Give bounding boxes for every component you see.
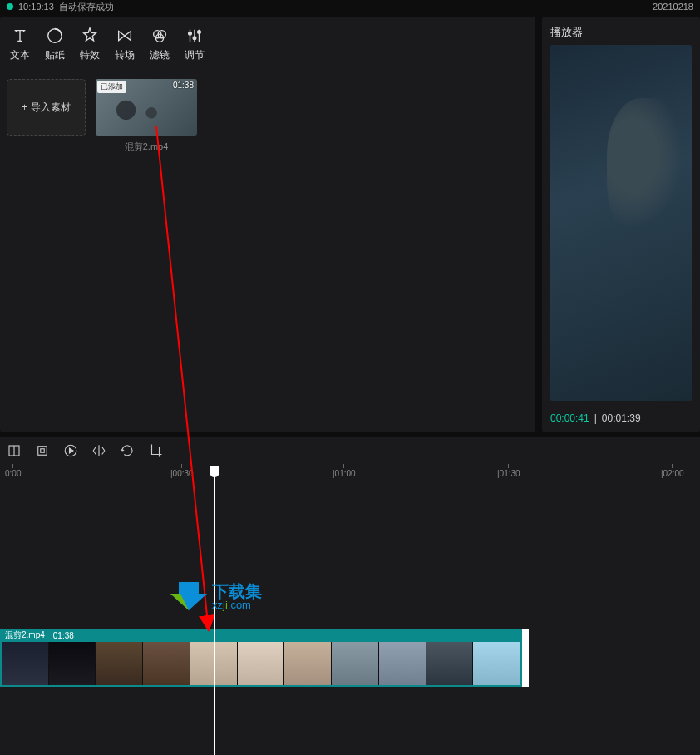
import-label: 导入素材 xyxy=(31,101,71,115)
player-title: 播放器 xyxy=(550,25,692,40)
tab-transition[interactable]: 转场 xyxy=(115,27,135,62)
clip-added-badge: 已添加 xyxy=(97,81,126,93)
tab-text[interactable]: 文本 xyxy=(10,27,30,62)
tab-sticker-label: 贴纸 xyxy=(45,48,65,62)
player-panel: 播放器 00:00:41 | 00:01:39 xyxy=(542,17,700,432)
tab-adjust-label: 调节 xyxy=(185,48,205,62)
watermark-en: xzji.com xyxy=(212,600,262,610)
tab-text-label: 文本 xyxy=(10,48,30,62)
watermark: 下载集 xzji.com xyxy=(170,582,262,610)
playhead-handle[interactable] xyxy=(210,466,219,477)
watermark-arrow-icon xyxy=(170,582,207,610)
mirror-button[interactable] xyxy=(91,443,106,458)
svg-point-4 xyxy=(189,32,192,35)
tab-adjust[interactable]: 调节 xyxy=(185,27,205,62)
tab-transition-label: 转场 xyxy=(115,48,135,62)
status-dot-icon xyxy=(7,3,13,10)
effect-icon xyxy=(81,27,99,45)
ruler-tick-0: 0:00 xyxy=(5,469,21,478)
timeline-tracks-area[interactable] xyxy=(0,482,700,755)
media-panel: 文本 贴纸 特效 转场 滤镜 调节 xyxy=(0,17,535,432)
tab-effect[interactable]: 特效 xyxy=(80,27,100,62)
track-frames xyxy=(0,642,522,687)
rotate-button[interactable] xyxy=(120,443,135,458)
autosave-status: 自动保存成功 xyxy=(59,1,114,13)
filter-icon xyxy=(150,27,169,45)
plus-icon: + xyxy=(22,101,27,113)
clip-duration: 01:38 xyxy=(173,81,194,90)
media-clip-thumbnail[interactable]: 已添加 01:38 xyxy=(96,79,197,136)
date-label: 20210218 xyxy=(653,2,693,12)
player-current-time: 00:00:41 xyxy=(550,412,589,424)
ruler-tick-1: |00:30 xyxy=(170,469,194,478)
split-button[interactable] xyxy=(7,443,22,458)
ruler-tick-4: |02:00 xyxy=(661,469,684,478)
svg-point-6 xyxy=(198,31,201,34)
ruler-tick-3: |01:30 xyxy=(497,469,520,478)
autosave-time: 10:19:13 xyxy=(18,2,54,12)
crop-button[interactable] xyxy=(148,443,163,458)
sticker-icon xyxy=(46,27,64,45)
time-separator: | xyxy=(594,412,597,424)
tab-filter-label: 滤镜 xyxy=(150,48,170,62)
delete-button[interactable] xyxy=(35,443,50,458)
import-media-button[interactable]: + 导入素材 xyxy=(7,79,86,136)
player-total-time: 00:01:39 xyxy=(602,412,641,424)
svg-point-5 xyxy=(193,37,196,40)
svg-rect-8 xyxy=(38,447,47,456)
tool-tabs: 文本 贴纸 特效 转场 滤镜 调节 xyxy=(7,23,529,72)
tab-sticker[interactable]: 贴纸 xyxy=(45,27,65,62)
adjust-icon xyxy=(185,27,204,45)
ruler-tick-2: |01:00 xyxy=(333,469,356,478)
tab-effect-label: 特效 xyxy=(80,48,100,62)
track-clip-duration: 01:38 xyxy=(53,631,74,640)
video-track-clip[interactable]: 混剪2.mp4 01:38 xyxy=(0,629,522,687)
timeline-ruler[interactable]: 0:00 |00:30 |01:00 |01:30 |02:00 xyxy=(0,464,700,482)
svg-rect-9 xyxy=(41,449,45,453)
speed-button[interactable] xyxy=(63,443,78,458)
tab-filter[interactable]: 滤镜 xyxy=(150,27,170,62)
transition-icon xyxy=(116,27,134,45)
player-viewport[interactable] xyxy=(550,45,692,401)
text-icon xyxy=(11,27,29,45)
top-status-bar: 10:19:13 自动保存成功 20210218 xyxy=(0,0,700,13)
track-clip-name: 混剪2.mp4 xyxy=(5,629,45,641)
clip-filename: 混剪2.mp4 xyxy=(125,141,169,153)
watermark-cn: 下载集 xyxy=(212,583,262,600)
track-trim-handle[interactable] xyxy=(522,629,529,687)
timeline-toolbar xyxy=(0,437,700,464)
